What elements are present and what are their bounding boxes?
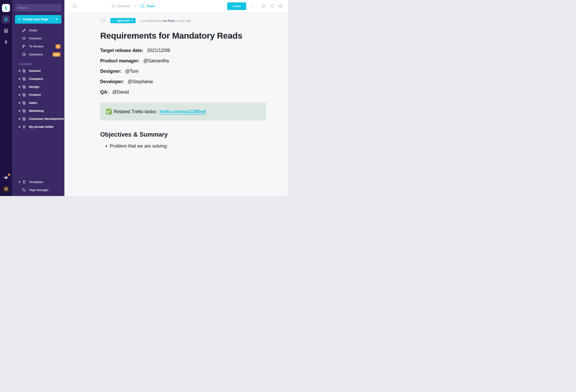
folder-item-company[interactable]: Company <box>15 75 61 83</box>
sidebar-item-label: To Review <box>29 45 43 48</box>
folders-list: General Company Design Product Sales <box>15 67 61 131</box>
version-history-button[interactable] <box>278 4 283 8</box>
favorite-button[interactable] <box>100 18 105 23</box>
sidebar-item-label: Favorites <box>29 37 42 40</box>
folder-item-design[interactable]: Design <box>15 83 61 91</box>
disclosure-triangle-icon[interactable] <box>19 181 20 183</box>
disclosure-triangle-icon[interactable] <box>19 78 20 80</box>
author-name: Iva Pezic <box>163 19 175 22</box>
more-options-button[interactable] <box>251 4 255 8</box>
expand-fullscreen-button[interactable] <box>72 4 77 8</box>
field-label: Developer: <box>100 79 124 84</box>
breadcrumb-item-team[interactable]: Team <box>140 4 155 8</box>
field-value[interactable]: @Samantha <box>143 58 169 63</box>
folder-item-marketing[interactable]: Marketing <box>15 107 61 115</box>
building-icon <box>22 117 26 121</box>
tag-icon <box>22 188 26 192</box>
document-scroll-area[interactable]: ✓ Approved Last updated by Iva Pezic 2 d… <box>64 12 288 196</box>
kipwise-logo-icon <box>4 6 8 10</box>
icon-rail <box>0 0 12 196</box>
field-label: Designer: <box>100 69 121 74</box>
share-button[interactable]: Share <box>227 2 246 10</box>
field-developer: Developer: @Stephanie <box>100 79 266 84</box>
chevron-right-icon <box>133 4 137 8</box>
field-designer: Designer: @Tom <box>100 69 266 74</box>
sidebar-item-templates[interactable]: Templates <box>15 178 61 186</box>
disclosure-triangle-icon[interactable] <box>19 102 20 104</box>
folder-icon <box>140 4 144 8</box>
folder-label: Company <box>29 77 43 81</box>
announcements-button[interactable] <box>3 175 9 180</box>
outline-toggle-button[interactable] <box>261 4 266 8</box>
lock-icon <box>22 125 26 129</box>
sidebar-item-favorites[interactable]: Favorites <box>15 34 61 42</box>
to-review-count-badge: 6 <box>56 44 60 49</box>
chat-bubble-icon <box>270 4 275 8</box>
rail-item-pages[interactable] <box>2 15 10 23</box>
user-avatar[interactable] <box>2 186 10 193</box>
sidebar: + Create new Page Drafts Favorites To Re… <box>12 0 64 196</box>
folder-item-customer-development[interactable]: Customer Development <box>15 115 61 123</box>
folder-label: My private folder <box>29 125 54 129</box>
field-label: QA: <box>100 89 109 95</box>
disclosure-triangle-icon[interactable] <box>19 86 20 88</box>
folder-label: Customer Development <box>29 117 64 121</box>
field-value: 2021/12/08 <box>147 48 170 53</box>
folder-item-my-private-folder[interactable]: My private folder <box>15 123 61 131</box>
pencil-icon <box>22 28 26 32</box>
field-label: Target release date: <box>100 48 144 53</box>
app-window: + Create new Page Drafts Favorites To Re… <box>0 0 288 196</box>
disclosure-triangle-icon[interactable] <box>19 70 20 72</box>
question-circle-icon <box>22 52 26 56</box>
disclosure-triangle-icon[interactable] <box>19 110 20 112</box>
folder-item-sales[interactable]: Sales <box>15 99 61 107</box>
sidebar-item-questions[interactable]: Questions 125 <box>15 50 61 58</box>
building-icon <box>22 69 26 73</box>
text-lines-icon <box>261 4 266 8</box>
disclosure-triangle-icon[interactable] <box>19 118 20 120</box>
history-clock-icon <box>278 4 283 8</box>
folder-item-product[interactable]: Product <box>15 91 61 99</box>
callout-text: Related Trello tasks: <box>114 109 157 114</box>
sidebar-item-label: Questions <box>29 53 43 56</box>
sidebar-item-to-review[interactable]: To Review 6 <box>15 42 61 50</box>
sidebar-item-drafts[interactable]: Drafts <box>15 27 61 34</box>
metadata-fields: Target release date: 2021/12/08 Product … <box>100 48 266 95</box>
trello-link[interactable]: trello.com/au1290ed <box>160 109 206 114</box>
field-value[interactable]: @Tom <box>125 69 138 74</box>
sidebar-item-tags-manager[interactable]: Tags Manager <box>15 186 61 194</box>
document-header: ✓ Approved Last updated by Iva Pezic 2 d… <box>100 18 266 23</box>
rail-item-integrations[interactable] <box>2 38 10 46</box>
check-icon: ✓ <box>113 19 115 22</box>
pages-icon <box>4 17 8 22</box>
building-icon <box>22 101 26 105</box>
field-value[interactable]: @David <box>113 89 129 95</box>
field-qa: QA: @David <box>100 89 266 95</box>
topbar: General Team Share <box>64 0 288 12</box>
app-logo[interactable] <box>2 4 10 12</box>
folder-item-general[interactable]: General <box>15 67 61 75</box>
folder-label: Marketing <box>29 109 44 112</box>
disclosure-triangle-icon[interactable] <box>19 94 20 96</box>
breadcrumb-item-general[interactable]: General <box>111 4 129 8</box>
rail-bottom <box>2 175 10 196</box>
breadcrumb-label: Team <box>146 4 155 8</box>
rail-item-analytics[interactable] <box>2 27 10 35</box>
topbar-actions: Share <box>227 2 283 10</box>
caret-down-icon <box>131 20 133 21</box>
building-icon <box>22 77 26 81</box>
folder-label: Sales <box>29 101 37 105</box>
create-page-dropdown[interactable] <box>52 15 61 24</box>
search-input[interactable] <box>15 4 61 12</box>
bar-chart-icon <box>4 28 8 33</box>
bullet-list: Problem that we are solving: <box>100 143 266 149</box>
field-value[interactable]: @Stephanie <box>128 79 153 84</box>
create-new-page-main[interactable]: + Create new Page <box>15 15 52 24</box>
disclosure-triangle-icon[interactable] <box>19 126 20 128</box>
caret-down-icon <box>56 19 58 20</box>
breadcrumb-label: General <box>117 4 129 8</box>
bullet-item: Problem that we are solving: <box>110 143 266 149</box>
status-badge[interactable]: ✓ Approved <box>110 18 136 23</box>
create-new-page-button[interactable]: + Create new Page <box>15 15 61 24</box>
comments-button[interactable] <box>270 4 275 8</box>
